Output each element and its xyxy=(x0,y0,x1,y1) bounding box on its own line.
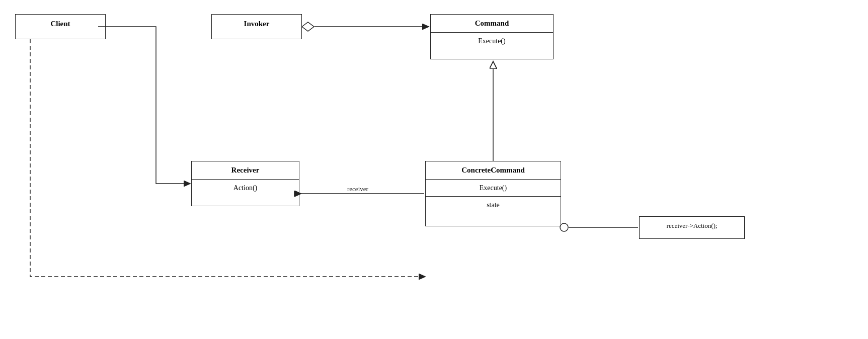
command-box: Command Execute() xyxy=(430,14,554,59)
command-label: Command xyxy=(431,15,553,33)
note-box: receiver->Action(); xyxy=(639,216,745,239)
svg-point-8 xyxy=(560,223,568,231)
client-label: Client xyxy=(16,15,105,33)
concrete-command-label: ConcreteCommand xyxy=(426,161,561,180)
svg-marker-4 xyxy=(302,22,314,31)
command-execute: Execute() xyxy=(431,33,553,50)
note-text: receiver->Action(); xyxy=(640,217,744,235)
receiver-action: Action() xyxy=(192,180,299,197)
invoker-label: Invoker xyxy=(212,15,301,33)
receiver-label: Receiver xyxy=(192,161,299,180)
client-box: Client xyxy=(15,14,106,39)
diagram-container: Client Invoker Command Execute() Receive… xyxy=(0,0,868,339)
concrete-command-box: ConcreteCommand Execute() state xyxy=(425,161,561,226)
receiver-arrow-label: receiver xyxy=(347,185,368,193)
invoker-box: Invoker xyxy=(211,14,302,39)
receiver-box: Receiver Action() xyxy=(191,161,299,206)
concrete-state: state xyxy=(426,197,561,214)
concrete-execute: Execute() xyxy=(426,180,561,197)
